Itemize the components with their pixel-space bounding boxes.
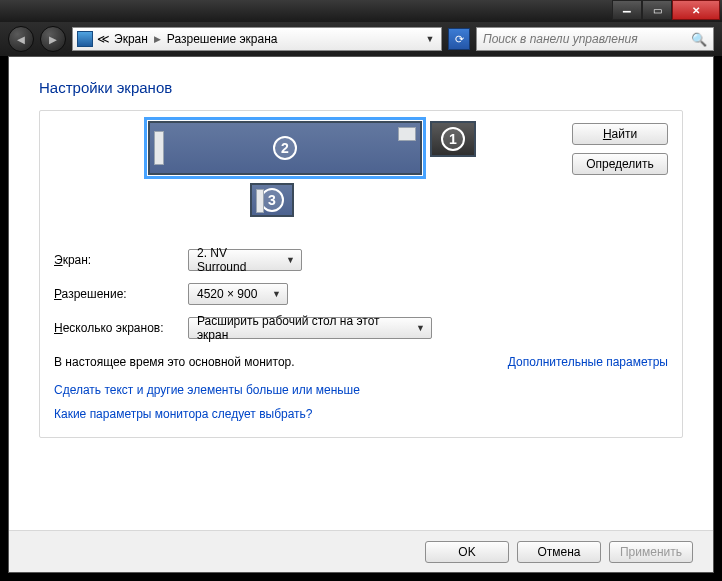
search-input[interactable] [483, 32, 691, 46]
breadcrumb[interactable]: ≪ Экран ▶ Разрешение экрана ▼ [72, 27, 442, 51]
refresh-button[interactable]: ⟳ [448, 28, 470, 50]
chevron-down-icon: ▼ [272, 289, 281, 299]
minimize-button[interactable] [612, 0, 642, 20]
chevron-down-icon[interactable]: ▼ [423, 34, 437, 44]
apply-button[interactable]: Применить [609, 541, 693, 563]
breadcrumb-item[interactable]: Экран [114, 32, 148, 46]
multi-display-combo[interactable]: Расширить рабочий стол на этот экран ▼ [188, 317, 432, 339]
cancel-button[interactable]: Отмена [517, 541, 601, 563]
forward-button[interactable]: ► [40, 26, 66, 52]
advanced-settings-link[interactable]: Дополнительные параметры [508, 355, 668, 369]
control-panel-icon [77, 31, 93, 47]
back-button[interactable]: ◄ [8, 26, 34, 52]
chevron-down-icon: ▼ [286, 255, 295, 265]
search-box[interactable]: 🔍 [476, 27, 714, 51]
monitor-1[interactable]: 1 [430, 121, 476, 157]
resolution-combo[interactable]: 4520 × 900 ▼ [188, 283, 288, 305]
chevron-down-icon: ▼ [416, 323, 425, 333]
help-link[interactable]: Какие параметры монитора следует выбрать… [54, 407, 668, 421]
page-title: Настройки экранов [39, 79, 683, 96]
monitor-2[interactable]: 2 [148, 121, 422, 175]
display-label: Экран: [54, 253, 188, 267]
resolution-label: Разрешение: [54, 287, 188, 301]
maximize-button[interactable] [642, 0, 672, 20]
display-combo[interactable]: 2. NV Surround ▼ [188, 249, 302, 271]
search-icon: 🔍 [691, 32, 707, 47]
multi-label: Несколько экранов: [54, 321, 188, 335]
text-size-link[interactable]: Сделать текст и другие элементы больше и… [54, 383, 668, 397]
detect-button[interactable]: Определить [572, 153, 668, 175]
display-preview[interactable]: 2 1 3 [54, 121, 572, 221]
ok-button[interactable]: OK [425, 541, 509, 563]
find-button[interactable]: Найти [572, 123, 668, 145]
primary-monitor-note: В настоящее время это основной монитор. [54, 355, 295, 369]
chevron-right-icon: ▶ [152, 34, 163, 44]
monitor-3[interactable]: 3 [250, 183, 294, 217]
breadcrumb-item[interactable]: Разрешение экрана [167, 32, 278, 46]
close-button[interactable] [672, 0, 720, 20]
